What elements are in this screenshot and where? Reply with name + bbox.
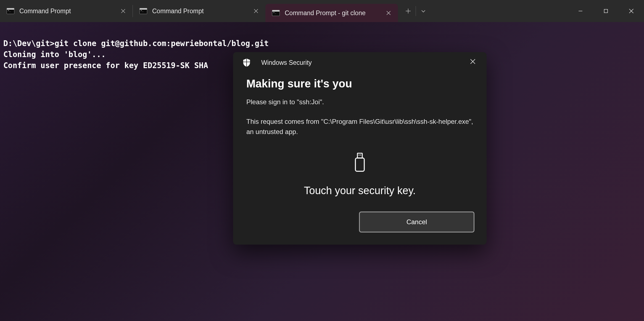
- cmd-icon: [139, 8, 147, 14]
- close-icon: [121, 9, 126, 14]
- tab-close-button[interactable]: [384, 9, 393, 17]
- tab-strip: Command Prompt Command Prompt Command Pr…: [0, 0, 431, 22]
- dialog-subtitle: Please sign in to "ssh:Joi".: [246, 98, 473, 106]
- tab-actions: [398, 0, 431, 22]
- dialog-app-name: Windows Security: [261, 59, 312, 66]
- chevron-down-icon: [421, 8, 426, 14]
- shield-icon: [242, 58, 251, 67]
- cmd-icon: [7, 8, 14, 14]
- dialog-info-text: This request comes from "C:\Program File…: [246, 116, 473, 137]
- svg-rect-5: [360, 155, 361, 156]
- window-close-button[interactable]: [619, 0, 644, 22]
- cancel-button[interactable]: Cancel: [359, 212, 474, 232]
- tab-close-button[interactable]: [252, 7, 260, 15]
- dialog-header: Windows Security: [233, 52, 487, 70]
- windows-security-dialog: Windows Security Making sure it's you Pl…: [233, 52, 487, 245]
- close-icon: [254, 9, 258, 14]
- svg-rect-4: [359, 155, 360, 156]
- tab-title: Command Prompt: [152, 7, 247, 15]
- minimize-button[interactable]: [568, 0, 593, 22]
- new-tab-button[interactable]: [401, 0, 416, 22]
- titlebar: Command Prompt Command Prompt Command Pr…: [0, 0, 644, 22]
- dialog-title: Making sure it's you: [246, 77, 473, 90]
- cmd-icon: [272, 10, 280, 16]
- close-icon: [470, 58, 476, 65]
- tab-dropdown-button[interactable]: [416, 0, 431, 22]
- svg-rect-3: [357, 153, 362, 158]
- close-icon: [629, 8, 634, 14]
- plus-icon: [405, 8, 411, 14]
- terminal-line: D:\Dev\git>git clone git@github.com:pewr…: [3, 38, 644, 49]
- close-icon: [386, 10, 391, 15]
- svg-rect-6: [355, 158, 364, 171]
- tab-close-button[interactable]: [119, 7, 128, 15]
- security-key-area: Touch your security key.: [246, 153, 473, 197]
- dialog-body: Making sure it's you Please sign in to "…: [233, 70, 487, 245]
- usb-key-icon: [354, 153, 366, 172]
- tab-cmd-2[interactable]: Command Prompt: [133, 0, 265, 22]
- tab-cmd-3-active[interactable]: Command Prompt - git clone: [265, 4, 398, 22]
- window-controls: [568, 0, 644, 22]
- maximize-icon: [603, 9, 608, 14]
- svg-rect-0: [604, 9, 608, 13]
- tab-title: Command Prompt - git clone: [285, 9, 379, 17]
- security-prompt: Touch your security key.: [246, 185, 473, 197]
- tab-cmd-1[interactable]: Command Prompt: [0, 0, 133, 22]
- minimize-icon: [578, 9, 583, 14]
- maximize-button[interactable]: [593, 0, 619, 22]
- dialog-close-button[interactable]: [467, 56, 478, 67]
- tab-title: Command Prompt: [19, 7, 114, 15]
